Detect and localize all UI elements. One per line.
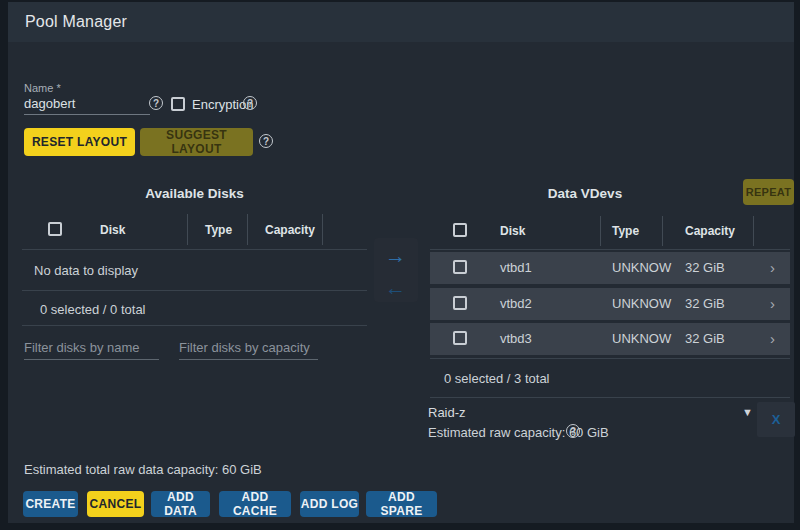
- column-divider: [247, 214, 248, 245]
- row-capacity: 32 GiB: [685, 331, 725, 346]
- table-divider: [22, 249, 367, 250]
- page-title: Pool Manager: [25, 13, 127, 31]
- vdevs-table-header: Disk Type Capacity: [430, 214, 790, 249]
- create-button[interactable]: CREATE: [23, 491, 78, 517]
- data-vdevs-title: Data VDevs: [425, 186, 745, 201]
- add-spare-button[interactable]: ADD SPARE: [366, 491, 437, 517]
- filter-disks-by-capacity-input[interactable]: [179, 340, 318, 360]
- row-disk: vtbd1: [500, 260, 532, 275]
- window-titlebar: Pool Manager: [8, 2, 794, 42]
- name-field-label: Name *: [24, 82, 61, 94]
- name-help-icon[interactable]: ?: [149, 96, 163, 110]
- row-checkbox[interactable]: [453, 296, 467, 310]
- available-col-disk: Disk: [100, 223, 125, 237]
- vdevs-col-capacity: Capacity: [685, 224, 735, 238]
- vdevs-footer-count: 0 selected / 3 total: [444, 371, 550, 386]
- chevron-right-icon[interactable]: ›: [770, 260, 775, 275]
- move-right-icon[interactable]: →: [385, 245, 406, 266]
- column-divider: [322, 214, 323, 245]
- available-select-all-checkbox[interactable]: [48, 222, 62, 236]
- row-capacity: 32 GiB: [685, 296, 725, 311]
- column-divider: [662, 216, 663, 246]
- encryption-help-icon[interactable]: ?: [243, 96, 257, 110]
- row-disk: vtbd3: [500, 331, 532, 346]
- raw-capacity-help-icon[interactable]: ?: [566, 424, 580, 438]
- available-table-header: Disk Type Capacity: [22, 212, 367, 249]
- vdev-row-vtbd1[interactable]: vtbd1 UNKNOW 32 GiB ›: [430, 252, 790, 284]
- row-type: UNKNOW: [612, 260, 671, 275]
- table-divider: [430, 358, 790, 359]
- layout-help-icon[interactable]: ?: [259, 134, 273, 148]
- repeat-button[interactable]: REPEAT: [743, 179, 794, 205]
- table-divider: [22, 290, 367, 291]
- transfer-arrows-panel: → ←: [374, 238, 418, 302]
- available-col-capacity: Capacity: [265, 223, 315, 237]
- add-cache-button[interactable]: ADD CACHE: [219, 491, 291, 517]
- row-disk: vtbd2: [500, 296, 532, 311]
- available-disks-title: Available Disks: [22, 186, 367, 201]
- chevron-right-icon[interactable]: ›: [770, 296, 775, 311]
- remove-vdev-button[interactable]: X: [757, 402, 795, 437]
- available-empty-text: No data to display: [34, 263, 138, 278]
- table-divider: [22, 325, 367, 326]
- available-disks-table: Disk Type Capacity No data to display 0 …: [22, 212, 367, 326]
- table-divider: [430, 249, 790, 250]
- move-left-icon[interactable]: ←: [385, 277, 406, 298]
- row-type: UNKNOW: [612, 296, 671, 311]
- suggest-layout-button[interactable]: SUGGEST LAYOUT: [140, 128, 253, 156]
- vdev-row-vtbd2[interactable]: vtbd2 UNKNOW 32 GiB ›: [430, 288, 790, 320]
- vdev-row-vtbd3[interactable]: vtbd3 UNKNOW 32 GiB ›: [430, 323, 790, 355]
- pool-manager-page: { "header": { "title": "Pool Manager" },…: [0, 0, 800, 530]
- available-col-type: Type: [205, 223, 232, 237]
- reset-layout-button[interactable]: RESET LAYOUT: [24, 128, 135, 156]
- available-footer-count: 0 selected / 0 total: [40, 302, 146, 317]
- raid-type-select[interactable]: Raid-z: [428, 405, 466, 420]
- estimated-total-capacity-text: Estimated total raw data capacity: 60 Gi…: [24, 462, 262, 477]
- chevron-right-icon[interactable]: ›: [770, 331, 775, 346]
- vdevs-col-disk: Disk: [500, 224, 525, 238]
- add-data-button[interactable]: ADD DATA: [151, 491, 210, 517]
- filter-disks-by-name-input[interactable]: [24, 340, 159, 360]
- cancel-button[interactable]: CANCEL: [87, 491, 144, 517]
- column-divider: [600, 216, 601, 246]
- row-checkbox[interactable]: [453, 260, 467, 274]
- name-input[interactable]: [24, 96, 150, 115]
- column-divider: [187, 214, 188, 245]
- vdevs-select-all-checkbox[interactable]: [453, 223, 467, 237]
- add-log-button[interactable]: ADD LOG: [300, 491, 359, 517]
- column-divider: [753, 216, 754, 246]
- row-type: UNKNOW: [612, 331, 671, 346]
- table-divider: [430, 397, 790, 398]
- estimated-raw-capacity-text: Estimated raw capacity: 60 GiB: [428, 425, 609, 440]
- dropdown-caret-icon[interactable]: ▼: [742, 406, 753, 418]
- vdevs-col-type: Type: [612, 224, 639, 238]
- row-capacity: 32 GiB: [685, 260, 725, 275]
- data-vdevs-table: Disk Type Capacity vtbd1 UNKNOW 32 GiB ›…: [430, 214, 790, 398]
- encryption-checkbox[interactable]: [171, 97, 185, 111]
- row-checkbox[interactable]: [453, 331, 467, 345]
